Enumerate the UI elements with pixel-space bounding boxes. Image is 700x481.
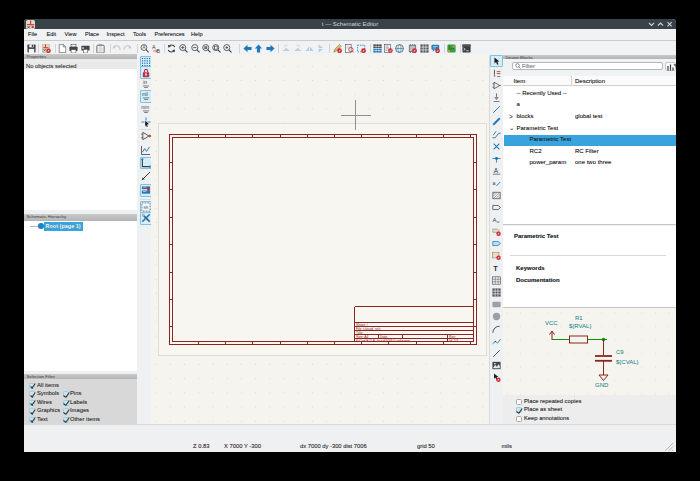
svg-text:${CVAL}: ${CVAL} <box>616 359 639 365</box>
svg-text:GND: GND <box>595 382 609 388</box>
svg-text:T: T <box>493 264 498 273</box>
svg-text:${RVAL}: ${RVAL} <box>569 323 591 329</box>
svg-text:C9: C9 <box>616 349 624 355</box>
svg-text:A: A <box>493 167 498 174</box>
svg-text:VCC: VCC <box>545 320 558 326</box>
svg-text:o: o <box>496 219 499 224</box>
svg-text:Id: 1/1: Id: 1/1 <box>449 339 459 343</box>
svg-text:R1: R1 <box>575 315 583 321</box>
svg-text:KiCad E.D.A. kicad 9.99.0-unkn: KiCad E.D.A. kicad 9.99.0-unknown <box>356 339 410 343</box>
svg-text:a: a <box>492 180 495 186</box>
